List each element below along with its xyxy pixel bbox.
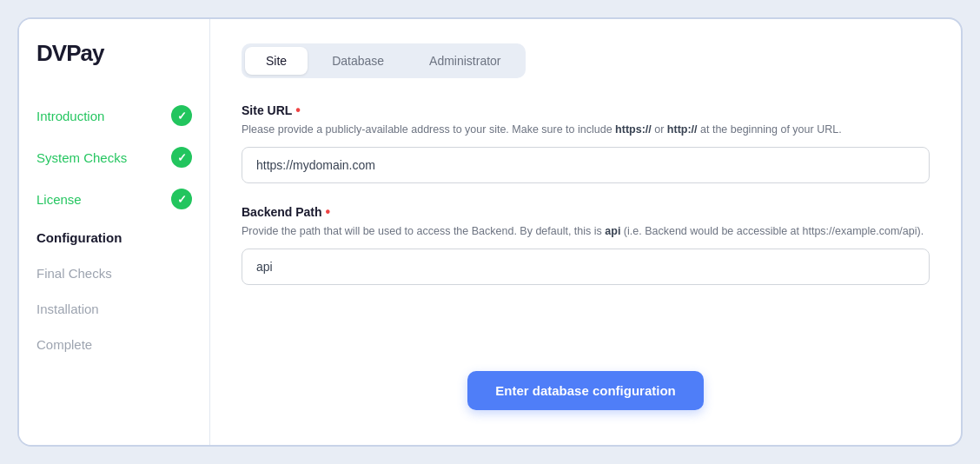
nav-label-final-checks: Final Checks (36, 266, 112, 281)
site-url-description: Please provide a publicly-available addr… (242, 122, 930, 138)
nav-label-complete: Complete (36, 337, 92, 352)
backend-path-input[interactable] (242, 249, 930, 285)
sidebar-item-introduction[interactable]: Introduction (19, 95, 209, 136)
logo: DVPay (36, 40, 192, 67)
tab-administrator[interactable]: Administrator (408, 47, 521, 75)
check-icon-introduction (171, 105, 192, 126)
nav-label-configuration: Configuration (36, 230, 122, 245)
main-content: Site Database Administrator Site URL • P… (210, 19, 961, 445)
enter-database-config-button[interactable]: Enter database configuration (467, 371, 704, 410)
app-container: DVPay Introduction System Checks License… (17, 17, 963, 447)
site-url-required: • (295, 103, 301, 118)
sidebar-item-final-checks[interactable]: Final Checks (19, 255, 209, 291)
site-url-label: Site URL • (242, 103, 930, 118)
sidebar-item-license[interactable]: License (19, 178, 209, 220)
tab-database[interactable]: Database (311, 47, 405, 75)
sidebar-item-complete[interactable]: Complete (19, 327, 209, 362)
backend-path-required: • (326, 204, 331, 220)
backend-path-field-group: Backend Path • Provide the path that wil… (242, 204, 930, 285)
tab-site[interactable]: Site (245, 47, 308, 75)
sidebar-item-installation[interactable]: Installation (19, 291, 209, 327)
logo-pay: Pay (66, 40, 103, 66)
sidebar: DVPay Introduction System Checks License… (19, 19, 210, 445)
check-icon-system-checks (171, 147, 192, 168)
nav-label-introduction: Introduction (36, 109, 104, 123)
sidebar-item-configuration[interactable]: Configuration (19, 220, 209, 255)
backend-path-description: Provide the path that will be used to ac… (242, 223, 930, 240)
sidebar-item-system-checks[interactable]: System Checks (19, 136, 209, 178)
site-url-input[interactable] (242, 147, 930, 183)
logo-dv: DV (36, 40, 66, 66)
nav-label-installation: Installation (36, 302, 99, 316)
nav-label-system-checks: System Checks (36, 150, 127, 165)
nav-label-license: License (36, 192, 82, 207)
logo-area: DVPay (19, 40, 209, 95)
backend-path-label: Backend Path • (242, 204, 930, 220)
bottom-action-area: Enter database configuration (242, 306, 930, 421)
tab-bar: Site Database Administrator (242, 43, 526, 78)
check-icon-license (171, 189, 192, 209)
site-url-field-group: Site URL • Please provide a publicly-ava… (242, 103, 930, 183)
